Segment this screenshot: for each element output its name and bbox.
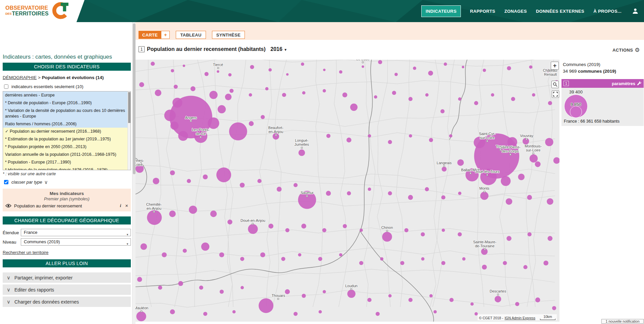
change-geography-header[interactable]: CHANGER LE DÉCOUPAGE GÉOGRAPHIQUE	[3, 216, 131, 224]
etendue-select[interactable]: France ▼	[21, 229, 131, 236]
population-circle[interactable]	[285, 289, 290, 294]
population-circle[interactable]	[482, 265, 487, 270]
population-circle[interactable]	[481, 248, 488, 255]
population-circle[interactable]	[136, 165, 144, 173]
chevron-down-icon[interactable]: ∨	[44, 181, 48, 184]
population-circle[interactable]	[260, 252, 265, 257]
population-circle[interactable]	[457, 159, 464, 166]
population-circle[interactable]	[548, 101, 552, 105]
population-circle[interactable]	[501, 176, 511, 186]
population-circle[interactable]	[515, 302, 519, 306]
population-circle[interactable]	[232, 310, 236, 314]
zoom-in-button[interactable]: +	[551, 62, 559, 70]
population-circle[interactable]	[392, 91, 396, 95]
essentials-checkbox[interactable]	[4, 84, 8, 89]
population-circle[interactable]	[347, 290, 355, 298]
population-circle[interactable]	[428, 71, 433, 76]
indicator-item[interactable]: Ratio femmes / hommes (2016...2006)	[3, 120, 130, 128]
population-circle[interactable]	[433, 310, 437, 314]
population-circle[interactable]	[421, 257, 425, 261]
population-circle[interactable]	[441, 261, 445, 265]
population-circle[interactable]	[201, 243, 209, 251]
population-circle[interactable]	[506, 236, 512, 241]
population-circle[interactable]	[506, 198, 513, 205]
population-circle[interactable]	[532, 93, 535, 96]
population-circle[interactable]	[388, 294, 392, 298]
population-circle[interactable]	[378, 60, 382, 64]
population-circle[interactable]	[172, 98, 182, 108]
population-circle[interactable]	[191, 86, 196, 91]
user-account-icon[interactable]	[632, 8, 639, 14]
breadcrumb-category-link[interactable]: DÉMOGRAPHIE	[3, 75, 37, 80]
population-circle[interactable]	[189, 206, 197, 214]
population-circle[interactable]	[449, 298, 453, 302]
population-circle[interactable]	[408, 195, 413, 200]
population-circle[interactable]	[228, 73, 232, 76]
population-circle[interactable]	[220, 290, 224, 294]
population-circle[interactable]	[458, 232, 462, 236]
population-circle[interactable]	[429, 294, 433, 298]
population-circle[interactable]	[543, 261, 548, 266]
population-circle[interactable]	[298, 191, 316, 209]
population-circle[interactable]	[441, 195, 445, 199]
population-circle[interactable]	[136, 311, 146, 321]
nav-item-rapports[interactable]: RAPPORTS	[470, 9, 495, 14]
population-circle[interactable]	[225, 94, 232, 101]
population-circle[interactable]	[552, 306, 556, 310]
population-circle[interactable]	[302, 91, 306, 94]
population-circle[interactable]	[458, 98, 462, 101]
population-circle[interactable]	[153, 178, 159, 184]
population-circle[interactable]	[301, 63, 304, 66]
indicator-list-scroll-thumb[interactable]	[128, 92, 130, 123]
population-circle[interactable]	[376, 312, 380, 316]
population-circle[interactable]	[409, 298, 413, 302]
accordion-editer-des-rapports[interactable]: ∨Editer des rapports	[3, 284, 131, 295]
fullscreen-icon[interactable]	[552, 90, 559, 98]
population-circle[interactable]	[507, 66, 511, 70]
sidebar-scrollbar[interactable]	[132, 22, 136, 324]
tab-synthese[interactable]: SYNTHÈSE	[212, 31, 245, 39]
population-circle[interactable]	[530, 154, 538, 163]
population-circle[interactable]	[429, 138, 433, 142]
population-circle[interactable]	[209, 91, 217, 99]
population-circle[interactable]	[249, 121, 254, 126]
population-circle[interactable]	[480, 169, 497, 185]
nav-item-donn-es-externes[interactable]: DONNÉES EXTERNES	[536, 9, 584, 14]
population-circle[interactable]	[219, 252, 224, 257]
population-circle[interactable]	[301, 224, 306, 229]
population-circle[interactable]	[299, 149, 305, 156]
population-circle[interactable]	[409, 97, 413, 101]
population-circle[interactable]	[293, 183, 298, 187]
population-circle[interactable]	[442, 167, 447, 172]
population-circle[interactable]	[535, 161, 541, 167]
notification-badge[interactable]: 1 nouvelle notification	[601, 319, 644, 324]
population-circle[interactable]	[170, 309, 175, 314]
population-circle[interactable]	[151, 62, 155, 66]
population-circle[interactable]	[322, 228, 326, 232]
population-circle[interactable]	[466, 168, 479, 181]
population-circle[interactable]	[187, 179, 191, 183]
population-circle[interactable]	[240, 257, 244, 261]
population-circle[interactable]	[216, 168, 231, 182]
population-circle[interactable]	[535, 298, 540, 303]
population-circle[interactable]	[425, 93, 429, 96]
indicator-item[interactable]: * Densité de population - Europe (2016..…	[3, 99, 130, 107]
population-circle[interactable]	[210, 210, 217, 217]
population-circle[interactable]	[523, 265, 527, 269]
population-circle[interactable]	[217, 70, 219, 73]
population-circle[interactable]	[470, 302, 474, 306]
population-circle[interactable]	[421, 232, 425, 236]
nav-item--propos[interactable]: À PROPOS...	[593, 9, 622, 14]
population-circle[interactable]	[462, 257, 466, 261]
population-circle[interactable]	[425, 187, 429, 191]
population-circle[interactable]	[548, 236, 553, 241]
population-circle[interactable]	[359, 261, 363, 265]
population-circle[interactable]	[174, 85, 178, 89]
map-year[interactable]: 2016	[270, 46, 282, 52]
tab-carte[interactable]: CARTE	[139, 31, 161, 39]
population-circle[interactable]	[227, 219, 232, 224]
population-circle[interactable]	[281, 257, 285, 261]
population-circle[interactable]	[440, 109, 444, 113]
population-circle[interactable]	[265, 87, 269, 90]
population-circle[interactable]	[449, 134, 452, 138]
